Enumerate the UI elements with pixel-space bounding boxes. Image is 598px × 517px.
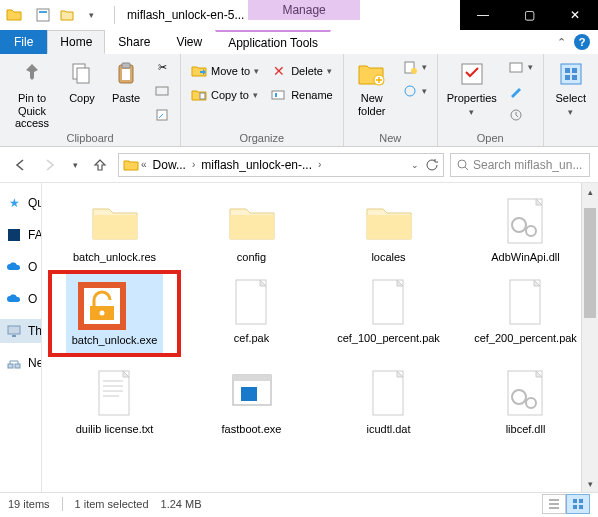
status-size: 1.24 MB [161,498,202,510]
breadcrumb-chevron-icon[interactable]: › [318,159,321,170]
svg-rect-56 [579,499,583,503]
svg-rect-7 [156,87,168,95]
svg-rect-46 [233,375,271,381]
search-icon [457,159,469,171]
new-item-button[interactable]: ▾ [398,56,431,78]
folder-icon [83,193,147,249]
tab-home[interactable]: Home [47,30,105,54]
new-folder-icon [356,58,388,90]
paste-button[interactable]: Paste [106,56,146,107]
file-name: duilib license.txt [76,423,154,436]
tab-share[interactable]: Share [105,30,163,54]
file-item[interactable]: AdbWinApi.dll [459,189,592,266]
minimize-icon: — [477,8,489,22]
refresh-button[interactable] [425,158,439,172]
chevron-down-icon: ▾ [253,90,258,100]
paste-shortcut-button[interactable] [150,104,174,126]
cut-button[interactable]: ✂ [150,56,174,78]
open-button[interactable]: ▾ [504,56,537,78]
close-button[interactable]: ✕ [552,0,598,30]
delete-button[interactable]: ✕ Delete ▾ [267,60,337,82]
svg-rect-20 [565,68,570,73]
button-label: Paste [112,92,140,105]
navpane-item-label: Ne [28,356,42,370]
navpane-item-onedrive[interactable]: O [0,255,41,279]
properties-icon [456,58,488,90]
up-button[interactable] [88,153,112,177]
navigation-pane[interactable]: ★Qu FA O O Th Ne [0,183,42,492]
search-box[interactable]: Search miflash_un... [450,153,590,177]
navpane-item-this-pc[interactable]: Th [0,319,41,343]
qat-dropdown-icon[interactable]: ▾ [80,4,102,26]
history-button[interactable] [504,104,537,126]
cut-icon: ✂ [154,59,170,75]
quick-access-toolbar: ▾ [32,4,102,26]
tab-view[interactable]: View [163,30,215,54]
qat-properties-icon[interactable] [32,4,54,26]
maximize-button[interactable]: ▢ [506,0,552,30]
svg-rect-27 [12,335,16,337]
scroll-thumb[interactable] [584,208,596,318]
vertical-scrollbar[interactable]: ▴ ▾ [581,183,598,492]
breadcrumb-item[interactable]: Dow... [149,158,190,172]
details-view-button[interactable] [542,494,566,514]
svg-rect-0 [37,9,49,21]
help-icon[interactable]: ? [574,34,590,50]
copy-to-icon [191,87,207,103]
files-area[interactable]: batch_unlock.res config locales AdbWinAp… [42,183,598,492]
file-name: batch_unlock.res [73,251,156,264]
rename-button[interactable]: Rename [267,84,337,106]
back-button[interactable] [8,153,32,177]
file-item[interactable]: config [185,189,318,266]
copy-to-button[interactable]: Copy to ▾ [187,84,263,106]
navpane-item-network[interactable]: Ne [0,351,41,375]
scroll-track[interactable] [582,200,598,475]
chevron-down-icon: ▾ [254,66,259,76]
exe-icon [220,365,284,421]
file-item-selected[interactable]: batch_unlock.exe [48,270,181,357]
minimize-button[interactable]: — [460,0,506,30]
recent-locations-button[interactable]: ▾ [68,153,82,177]
file-item[interactable]: cef.pak [185,270,318,357]
copy-path-button[interactable] [150,80,174,102]
edit-button[interactable] [504,80,537,102]
navpane-item-onedrive[interactable]: O [0,287,41,311]
cloud-icon [6,259,22,275]
svg-rect-29 [15,364,20,368]
maximize-icon: ▢ [524,8,535,22]
move-to-button[interactable]: Move to ▾ [187,60,263,82]
pin-to-quick-access-button[interactable]: Pin to Quick access [6,56,58,132]
file-item[interactable]: icudtl.dat [322,361,455,438]
file-item[interactable]: fastboot.exe [185,361,318,438]
file-tab[interactable]: File [0,30,47,54]
address-bar[interactable]: « Dow... › miflash_unlock-en-... › ⌄ [118,153,444,177]
svg-rect-39 [510,280,540,324]
navpane-item-quick-access[interactable]: ★Qu [0,191,41,215]
chevron-down-icon: ▾ [568,107,573,117]
file-item[interactable]: libcef.dll [459,361,592,438]
forward-button[interactable] [38,153,62,177]
tab-application-tools[interactable]: Application Tools [215,30,331,54]
select-button[interactable]: Select ▾ [550,56,592,119]
copy-button[interactable]: Copy [62,56,102,107]
easy-access-button[interactable]: ▾ [398,80,431,102]
collapse-ribbon-icon[interactable]: ⌃ [557,36,566,49]
file-item[interactable]: cef_100_percent.pak [322,270,455,357]
qat-newfolder-icon[interactable] [56,4,78,26]
breadcrumb-item[interactable]: miflash_unlock-en-... [197,158,316,172]
file-item[interactable]: batch_unlock.res [48,189,181,266]
breadcrumb-chevron-icon[interactable]: › [192,159,195,170]
scroll-down-button[interactable]: ▾ [582,475,598,492]
navpane-item-label: O [28,260,37,274]
group-label: Clipboard [6,132,174,146]
icons-view-button[interactable] [566,494,590,514]
address-dropdown-icon[interactable]: ⌄ [411,160,419,170]
scroll-up-button[interactable]: ▴ [582,183,598,200]
properties-button[interactable]: Properties ▾ [444,56,500,119]
file-item[interactable]: locales [322,189,455,266]
new-folder-button[interactable]: New folder [350,56,394,119]
file-item[interactable]: cef_200_percent.pak [459,270,592,357]
file-item[interactable]: duilib license.txt [48,361,181,438]
status-separator [62,497,63,511]
navpane-item[interactable]: FA [0,223,41,247]
